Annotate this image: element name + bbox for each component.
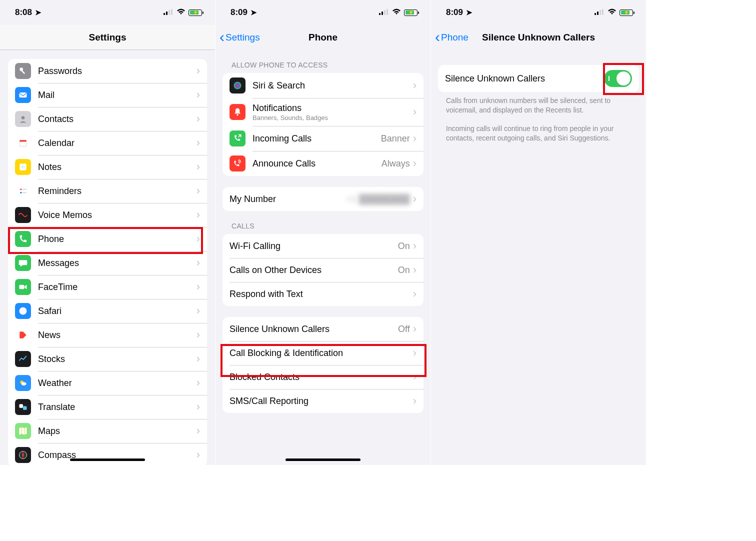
messages-icon bbox=[15, 255, 31, 271]
svg-rect-31 bbox=[597, 12, 598, 15]
svg-rect-16 bbox=[22, 192, 26, 194]
battery-icon: ⚡ bbox=[404, 10, 418, 16]
compass-icon bbox=[15, 447, 31, 463]
facetime-icon bbox=[15, 279, 31, 295]
settings-row-compass[interactable]: Compass› bbox=[8, 443, 207, 465]
chevron-right-icon: › bbox=[196, 378, 200, 388]
row-label: SMS/Call Reporting bbox=[230, 396, 413, 406]
row-wi-fi-calling[interactable]: Wi-Fi CallingOn› bbox=[222, 234, 424, 258]
settings-row-translate[interactable]: Translate› bbox=[8, 395, 207, 419]
svg-point-7 bbox=[22, 116, 25, 120]
settings-list: Passwords›Mail›Contacts›Calendar›Notes›R… bbox=[8, 59, 207, 465]
row-value: On bbox=[398, 241, 410, 252]
announce-icon bbox=[230, 156, 246, 172]
back-button[interactable]: ‹ Settings bbox=[220, 32, 260, 43]
row-label: Incoming Calls bbox=[252, 134, 381, 144]
key-icon bbox=[15, 63, 31, 79]
news-icon bbox=[15, 327, 31, 343]
settings-row-weather[interactable]: Weather› bbox=[8, 371, 207, 395]
row-incoming[interactable]: Incoming CallsBanner› bbox=[222, 126, 424, 151]
calendar-icon bbox=[15, 135, 31, 151]
row-announce[interactable]: Announce CallsAlways› bbox=[222, 151, 424, 176]
location-icon: ➤ bbox=[35, 8, 42, 17]
phone-settings-screen: 8:09 ➤ ⚡ ‹ Settings Phone ALLOW PHONE TO… bbox=[216, 0, 430, 465]
row-value: On bbox=[398, 265, 410, 276]
settings-row-facetime[interactable]: FaceTime› bbox=[8, 275, 207, 299]
row-label: Passwords bbox=[38, 66, 196, 76]
settings-row-safari[interactable]: Safari› bbox=[8, 299, 207, 323]
incoming-icon bbox=[230, 130, 246, 146]
settings-row-maps[interactable]: Maps› bbox=[8, 419, 207, 443]
stocks-icon bbox=[15, 351, 31, 367]
row-calls-on-other-devices[interactable]: Calls on Other DevicesOn› bbox=[222, 258, 424, 282]
chevron-right-icon: › bbox=[413, 288, 416, 300]
settings-row-notes[interactable]: Notes› bbox=[8, 155, 207, 179]
svg-rect-1 bbox=[166, 12, 168, 15]
svg-rect-33 bbox=[602, 9, 604, 15]
settings-screen: 8:08 ➤ ⚡ Settings Passwords›Mail›Contact… bbox=[0, 0, 215, 465]
row-label: Respond with Text bbox=[230, 289, 413, 300]
row-value: Always bbox=[382, 158, 410, 169]
row-bell[interactable]: NotificationsBanners, Sounds, Badges› bbox=[222, 98, 424, 126]
row-respond-with-text[interactable]: Respond with Text› bbox=[222, 282, 424, 306]
svg-rect-25 bbox=[382, 12, 383, 15]
row-silence-unknown-callers[interactable]: Silence Unknown CallersOff› bbox=[222, 317, 424, 341]
svg-rect-5 bbox=[22, 70, 26, 74]
row-silence-toggle[interactable]: Silence Unknown Callers bbox=[438, 65, 639, 92]
toggle-switch[interactable] bbox=[604, 70, 632, 87]
settings-row-phone[interactable]: Phone› bbox=[8, 227, 207, 251]
allow-access-group: Siri & Search›NotificationsBanners, Soun… bbox=[222, 73, 424, 176]
svg-rect-0 bbox=[164, 13, 165, 15]
settings-row-mail[interactable]: Mail› bbox=[8, 83, 207, 107]
section-header-allow: ALLOW PHONE TO ACCESS bbox=[216, 50, 430, 73]
svg-point-13 bbox=[20, 188, 22, 190]
row-call-blocking-identification[interactable]: Call Blocking & Identification› bbox=[222, 341, 424, 365]
chevron-right-icon: › bbox=[196, 426, 200, 436]
settings-row-reminders[interactable]: Reminders› bbox=[8, 179, 207, 203]
chevron-right-icon: › bbox=[196, 354, 200, 364]
settings-row-messages[interactable]: Messages› bbox=[8, 251, 207, 275]
row-label: Phone bbox=[38, 234, 196, 244]
settings-row-contacts[interactable]: Contacts› bbox=[8, 107, 207, 131]
svg-point-28 bbox=[234, 82, 242, 90]
blocking-group: Silence Unknown CallersOff›Call Blocking… bbox=[222, 317, 424, 413]
silence-unknown-screen: 8:09 ➤ ⚡ ‹ Phone Silence Unknown Callers… bbox=[431, 0, 646, 465]
row-label: Calendar bbox=[38, 138, 196, 148]
row-label: Stocks bbox=[38, 354, 196, 364]
chevron-right-icon: › bbox=[196, 210, 200, 220]
row-label: Wi-Fi Calling bbox=[230, 241, 398, 252]
back-button[interactable]: ‹ Phone bbox=[435, 32, 468, 43]
row-label: Voice Memos bbox=[38, 210, 196, 220]
wifi-icon bbox=[392, 8, 401, 18]
siri-icon bbox=[230, 78, 246, 94]
settings-row-key[interactable]: Passwords› bbox=[8, 59, 207, 83]
page-title: Silence Unknown Callers bbox=[482, 32, 595, 43]
svg-point-20 bbox=[22, 382, 26, 386]
row-label: Contacts bbox=[38, 114, 196, 124]
signal-icon bbox=[594, 8, 604, 18]
settings-row-calendar[interactable]: Calendar› bbox=[8, 131, 207, 155]
battery-icon: ⚡ bbox=[620, 10, 633, 16]
row-label: Weather bbox=[38, 378, 196, 388]
chevron-right-icon: › bbox=[196, 282, 200, 292]
settings-row-news[interactable]: News› bbox=[8, 323, 207, 347]
row-sms-call-reporting[interactable]: SMS/Call Reporting› bbox=[222, 389, 424, 413]
row-label: Messages bbox=[38, 258, 196, 268]
back-label: Phone bbox=[441, 32, 468, 43]
svg-rect-22 bbox=[23, 406, 27, 410]
settings-row-voicememos[interactable]: Voice Memos› bbox=[8, 203, 207, 227]
chevron-right-icon: › bbox=[196, 114, 200, 124]
row-blocked-contacts[interactable]: Blocked Contacts› bbox=[222, 365, 424, 389]
chevron-right-icon: › bbox=[413, 348, 416, 358]
chevron-right-icon: › bbox=[196, 66, 200, 76]
row-my-number[interactable]: My Number +1 ████████ › bbox=[222, 187, 424, 211]
chevron-right-icon: › bbox=[196, 450, 200, 460]
settings-row-stocks[interactable]: Stocks› bbox=[8, 347, 207, 371]
row-siri[interactable]: Siri & Search› bbox=[222, 73, 424, 98]
chevron-right-icon: › bbox=[413, 158, 416, 169]
svg-rect-3 bbox=[171, 9, 172, 15]
svg-rect-10 bbox=[20, 164, 26, 170]
chevron-right-icon: › bbox=[196, 138, 200, 148]
notes-icon bbox=[15, 159, 31, 175]
weather-icon bbox=[15, 375, 31, 391]
